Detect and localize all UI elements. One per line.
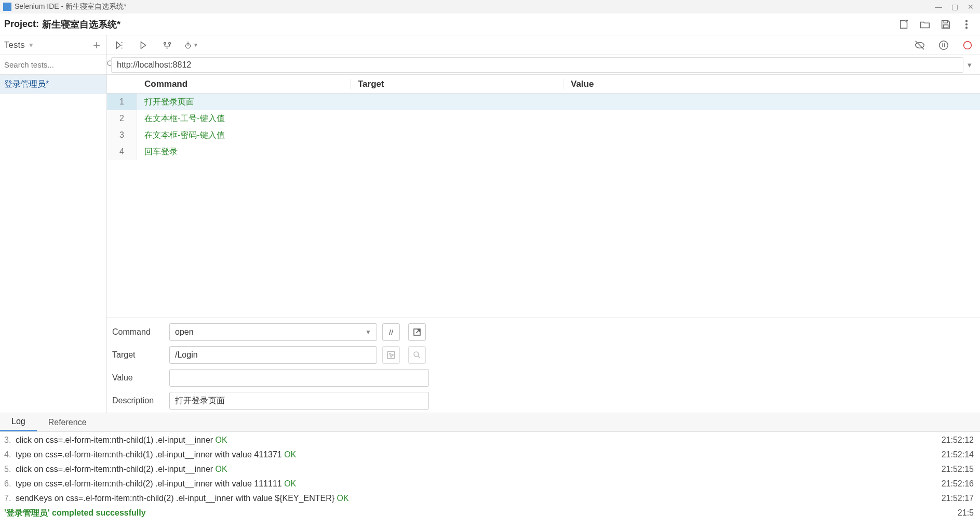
step-command: 在文本框-工号-键入值 — [137, 113, 350, 124]
log-timestamp: 21:52:12 — [942, 436, 976, 445]
select-target-button[interactable] — [382, 346, 400, 364]
svg-point-13 — [414, 352, 419, 357]
url-dropdown-button[interactable]: ▾ — [963, 60, 976, 70]
step-editor: Command open ▼ // Target Value Descripti… — [107, 318, 980, 413]
test-item[interactable]: 登录管理员* — [0, 75, 106, 94]
log-index: 4. — [4, 450, 16, 459]
step-row[interactable]: 2 在文本框-工号-键入值 — [107, 110, 980, 127]
run-toolbar: ▼ — [107, 35, 980, 55]
step-number: 3 — [107, 127, 137, 143]
window-title: Selenium IDE - 新生寝室自选系统* — [15, 2, 126, 11]
run-all-button[interactable] — [112, 38, 127, 52]
new-window-icon — [412, 327, 422, 337]
step-command: 在文本框-密码-键入值 — [137, 130, 350, 141]
folder-open-icon — [919, 19, 931, 30]
minimize-button[interactable]: — — [935, 3, 942, 11]
tab-log[interactable]: Log — [0, 413, 37, 431]
svg-point-5 — [164, 42, 166, 44]
steps-header: Command Target Value — [107, 75, 980, 94]
log-timestamp: 21:52:14 — [942, 450, 976, 459]
editor-description-input[interactable] — [169, 392, 429, 410]
svg-point-3 — [966, 27, 968, 29]
find-target-button[interactable] — [408, 346, 426, 364]
log-row: 6. type on css=.el-form-item:nth-child(2… — [4, 477, 976, 491]
svg-point-2 — [966, 23, 968, 25]
search-tests-input[interactable] — [4, 60, 103, 69]
editor-value-label: Value — [112, 373, 164, 383]
step-row[interactable]: 4 回车登录 — [107, 143, 980, 160]
step-button[interactable] — [160, 38, 174, 52]
editor-value-input[interactable] — [169, 369, 429, 387]
pause-button[interactable] — [936, 38, 951, 52]
no-breakpoints-icon — [914, 39, 925, 51]
chevron-down-icon: ▼ — [28, 42, 34, 49]
record-icon — [962, 39, 973, 51]
column-target: Target — [350, 79, 563, 89]
step-command: 回车登录 — [137, 147, 350, 157]
editor-command-select[interactable]: open ▼ — [169, 323, 377, 341]
project-bar: Project: 新生寝室自选系统* — [0, 14, 980, 35]
log-index: 7. — [4, 494, 16, 503]
record-button[interactable] — [960, 38, 975, 52]
project-label: Project: — [4, 19, 39, 30]
maximize-button[interactable]: ▢ — [951, 3, 958, 11]
log-index: 3. — [4, 436, 16, 445]
kebab-icon — [961, 19, 972, 30]
run-current-button[interactable] — [136, 38, 151, 52]
tab-reference[interactable]: Reference — [37, 413, 98, 431]
add-test-button[interactable]: + — [91, 38, 102, 52]
log-final-message: '登录管理员' completed successfully — [4, 506, 958, 521]
log-message: sendKeys on css=.el-form-item:nth-child(… — [16, 494, 942, 503]
speed-button[interactable]: ▼ — [184, 38, 198, 52]
svg-point-1 — [966, 20, 968, 22]
more-menu-button[interactable] — [959, 17, 974, 32]
log-message: type on css=.el-form-item:nth-child(1) .… — [16, 450, 942, 459]
step-command: 打开登录页面 — [137, 97, 350, 108]
chevron-down-icon: ▼ — [365, 328, 371, 336]
step-row[interactable]: 1 打开登录页面 — [107, 94, 980, 110]
log-index: 5. — [4, 465, 16, 474]
project-name: 新生寝室自选系统* — [42, 18, 120, 31]
disable-breakpoints-button[interactable] — [912, 38, 927, 52]
log-output[interactable]: 3. click on css=.el-form-item:nth-child(… — [0, 432, 980, 527]
new-project-button[interactable] — [897, 17, 911, 32]
log-index: 6. — [4, 479, 16, 489]
tests-heading-label: Tests — [4, 40, 25, 50]
pause-icon — [938, 39, 949, 51]
sidebar: Tests ▼ + 登录管理员* — [0, 35, 107, 413]
log-row: 7. sendKeys on css=.el-form-item:nth-chi… — [4, 491, 976, 506]
svg-rect-0 — [943, 24, 948, 27]
column-command: Command — [137, 79, 350, 89]
log-timestamp: 21:5 — [958, 508, 976, 518]
step-row[interactable]: 3 在文本框-密码-键入值 — [107, 127, 980, 143]
steps-list: 1 打开登录页面 2 在文本框-工号-键入值 3 在文本框-密码-键入值 4 回… — [107, 94, 980, 318]
bottom-panel: Log Reference 3. click on css=.el-form-i… — [0, 413, 980, 527]
editor-description-label: Description — [112, 396, 164, 405]
log-message: click on css=.el-form-item:nth-child(1) … — [16, 436, 942, 445]
svg-point-10 — [964, 41, 972, 49]
save-icon — [940, 19, 951, 30]
svg-point-9 — [939, 41, 948, 49]
log-row: 4. type on css=.el-form-item:nth-child(1… — [4, 447, 976, 462]
test-item-label: 登录管理员* — [4, 80, 49, 88]
play-all-icon — [114, 39, 125, 51]
open-project-button[interactable] — [918, 17, 932, 32]
editor-command-value: open — [175, 327, 194, 337]
window-titlebar: Selenium IDE - 新生寝室自选系统* — ▢ ✕ — [0, 0, 980, 14]
log-message: click on css=.el-form-item:nth-child(2) … — [16, 465, 942, 474]
sidebar-search — [0, 55, 106, 75]
search-icon — [412, 350, 422, 360]
save-project-button[interactable] — [938, 17, 953, 32]
stopwatch-icon — [184, 39, 192, 51]
editor-target-input[interactable] — [169, 346, 377, 364]
base-url-input[interactable] — [111, 57, 963, 73]
toggle-comment-button[interactable]: // — [382, 323, 400, 341]
close-button[interactable]: ✕ — [968, 3, 974, 11]
open-new-window-button[interactable] — [408, 323, 426, 341]
play-icon — [138, 39, 149, 51]
editor-target-label: Target — [112, 350, 164, 360]
step-over-icon — [162, 39, 173, 51]
sidebar-heading[interactable]: Tests ▼ + — [0, 35, 106, 55]
step-number: 1 — [107, 94, 137, 110]
log-timestamp: 21:52:16 — [942, 479, 976, 489]
